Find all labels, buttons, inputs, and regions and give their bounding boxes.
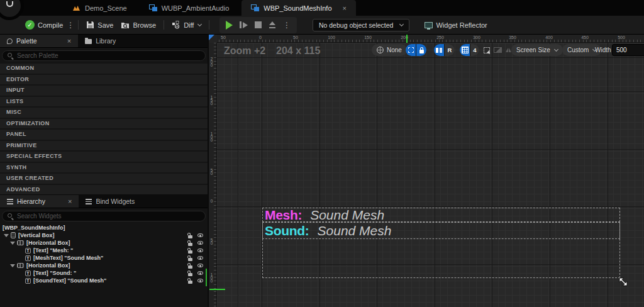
- play-icon[interactable]: [226, 21, 233, 30]
- grid-snap-toggle-button[interactable]: [460, 44, 470, 56]
- expand-arrow-icon[interactable]: [10, 242, 15, 245]
- tab-bind-widgets[interactable]: Bind Widgets: [79, 195, 142, 208]
- ruler-tick-label: 50: [293, 35, 298, 40]
- compile-options-menu-icon[interactable]: ⋮: [67, 21, 74, 30]
- lock-toggle-button[interactable]: [416, 44, 426, 56]
- sound-label-text: Sound:: [262, 223, 309, 238]
- palette-category-editor[interactable]: EDITOR: [0, 75, 208, 85]
- tree-row-meshtext[interactable]: T [MeshText] "Sound Mesh": [0, 254, 208, 262]
- visibility-icon[interactable]: [197, 279, 203, 282]
- ruler-tick-label: 50: [209, 238, 214, 244]
- tree-row-root[interactable]: [WBP_SoundMeshInfo]: [0, 224, 208, 232]
- anchor-boxes-icon: [436, 48, 442, 53]
- tab-hierarchy[interactable]: Hierarchy ×: [0, 195, 79, 208]
- screen-size-dropdown[interactable]: Screen Size: [511, 44, 563, 56]
- tab-demo-scene[interactable]: Demo_Scene: [63, 0, 136, 16]
- widget-extent-marker-horizontal: [406, 35, 408, 43]
- hierarchy-tab-label: Hierarchy: [17, 198, 45, 205]
- close-icon[interactable]: ×: [67, 38, 71, 44]
- search-icon: [8, 213, 13, 219]
- grid-snap-size-button[interactable]: 4: [470, 44, 479, 56]
- tree-row-horizontal-box-2[interactable]: [Horizontal Box]: [0, 262, 208, 269]
- resize-cursor-icon: [618, 276, 629, 287]
- hierarchy-tab-bar: Hierarchy × Bind Widgets: [0, 195, 208, 208]
- tab-wbp-soundmeshinfo[interactable]: WBP_SoundMeshInfo ×: [242, 0, 356, 16]
- anchor-visualize-button[interactable]: [434, 44, 444, 56]
- tree-row-horizontal-box-1[interactable]: [Horizontal Box]: [0, 239, 208, 247]
- mesh-label-text: Mesh:: [262, 208, 302, 223]
- ruler-tick-label: 50: [221, 35, 226, 40]
- tree-row-text-sound[interactable]: T [Text] "Sound: ": [0, 269, 208, 277]
- play-options-menu-icon[interactable]: ⋮: [283, 21, 291, 30]
- mesh-text-row[interactable]: Mesh: Sound Mesh: [262, 208, 620, 222]
- palette-category-synth[interactable]: SYNTH: [0, 163, 208, 173]
- palette-search: [2, 50, 206, 61]
- hierarchy-search-input[interactable]: [17, 213, 200, 220]
- widget-reflector-button[interactable]: Widget Reflector: [421, 18, 491, 33]
- palette-category-misc[interactable]: MISC: [0, 108, 208, 118]
- palette-category-special-effects[interactable]: SPECIAL EFFECTS: [0, 152, 208, 162]
- visibility-icon[interactable]: [197, 233, 203, 237]
- tree-row-label: [Vertical Box]: [18, 232, 55, 238]
- level-scene-icon: [72, 5, 80, 11]
- cursor-select-icon[interactable]: [484, 47, 490, 53]
- browse-button[interactable]: Browse: [117, 18, 160, 33]
- flip-direction-icon[interactable]: [506, 48, 511, 52]
- ruler-tick-label: 100: [328, 35, 335, 40]
- lock-icon[interactable]: [188, 265, 192, 269]
- palette-category-user-created[interactable]: USER CREATED: [0, 174, 208, 184]
- close-icon[interactable]: ×: [343, 5, 347, 11]
- debug-object-dropdown[interactable]: No debug object selected: [313, 19, 410, 31]
- expand-arrow-icon[interactable]: [4, 234, 9, 237]
- design-canvas[interactable]: Zoom +2 204 x 115 None R 4: [217, 43, 644, 307]
- palette-category-optimization[interactable]: OPTIMIZATION: [0, 119, 208, 129]
- stop-icon[interactable]: [255, 21, 262, 28]
- visibility-icon[interactable]: [197, 271, 203, 275]
- ruler-tick-label: 450: [581, 35, 589, 40]
- ruler-tick-label: 50: [209, 168, 214, 174]
- lock-icon[interactable]: [188, 250, 192, 254]
- tab-wubp-ambientaudio[interactable]: WUBP_AmbientAudio: [140, 0, 239, 16]
- ruler-tick-label: 100: [209, 272, 214, 282]
- frame-skip-icon[interactable]: [240, 21, 248, 28]
- lock-icon[interactable]: [188, 281, 192, 284]
- horizontal-box-icon: [17, 263, 24, 268]
- palette-search-input[interactable]: [17, 52, 200, 59]
- tree-row-vertical-box[interactable]: [Vertical Box]: [0, 232, 208, 239]
- lock-icon[interactable]: [188, 243, 192, 246]
- tree-row-text-mesh[interactable]: T [Text] "Mesh: ": [0, 247, 208, 254]
- palette-panel: Palette × Library COMMON EDITOR INPUT LI…: [0, 35, 208, 194]
- save-button[interactable]: Save: [82, 18, 117, 33]
- width-input[interactable]: [612, 44, 644, 56]
- respect-locks-button[interactable]: R: [445, 44, 455, 56]
- palette-category-advanced[interactable]: ADVANCED: [0, 185, 208, 195]
- outline-toggle-button[interactable]: [406, 44, 416, 56]
- compile-button[interactable]: ✓ Compile: [21, 18, 67, 33]
- close-icon[interactable]: ×: [68, 198, 72, 204]
- palette-category-primitive[interactable]: PRIMITIVE: [0, 141, 208, 151]
- visibility-icon[interactable]: [197, 248, 203, 252]
- preview-background-icon[interactable]: [494, 47, 502, 53]
- visibility-icon[interactable]: [197, 256, 203, 260]
- lock-icon[interactable]: [188, 273, 192, 276]
- lock-icon[interactable]: [188, 235, 192, 238]
- expand-arrow-icon[interactable]: [10, 264, 15, 267]
- diff-button[interactable]: Diff: [168, 18, 205, 33]
- palette-category-input[interactable]: INPUT: [0, 86, 208, 96]
- tab-palette[interactable]: Palette ×: [0, 35, 78, 47]
- text-widget-icon: T: [25, 248, 31, 254]
- visibility-icon[interactable]: [197, 241, 203, 245]
- tab-library[interactable]: Library: [78, 35, 123, 47]
- lock-icon[interactable]: [188, 258, 192, 261]
- visibility-icon[interactable]: [197, 264, 203, 267]
- lock-icon: [419, 50, 424, 53]
- palette-category-common[interactable]: COMMON: [0, 64, 208, 74]
- palette-category-panel[interactable]: PANEL: [0, 130, 208, 140]
- tree-row-soundtext[interactable]: T [SoundText] "Sound Mesh": [0, 277, 208, 284]
- eject-icon[interactable]: [269, 21, 276, 28]
- sound-text-row[interactable]: Sound: Sound Mesh: [262, 222, 620, 239]
- palette-category-lists[interactable]: LISTS: [0, 97, 208, 107]
- localization-preview-dropdown[interactable]: None: [372, 44, 407, 56]
- widget-blueprint-icon: [251, 4, 259, 11]
- bind-widgets-tab-label: Bind Widgets: [96, 198, 135, 205]
